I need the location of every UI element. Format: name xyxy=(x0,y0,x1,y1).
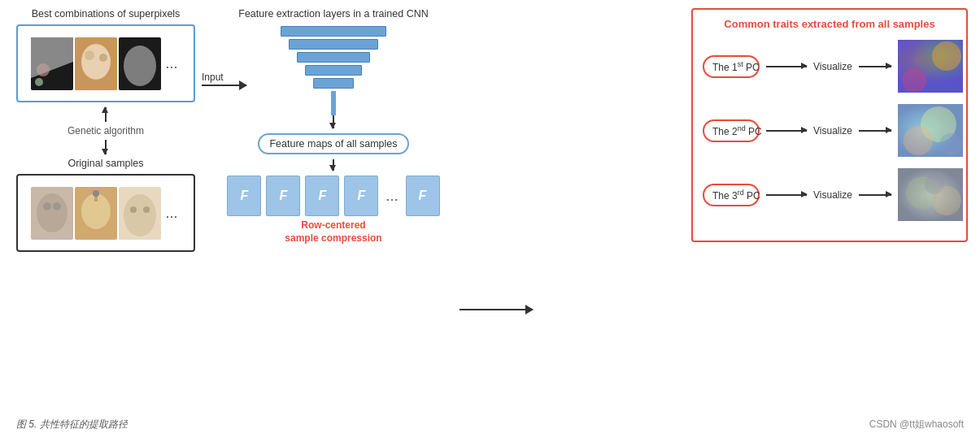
dots-f-cards: ... xyxy=(383,188,400,205)
superpixel-img-2 xyxy=(75,37,117,90)
original-samples-box: ... xyxy=(16,174,195,252)
svg-point-29 xyxy=(939,133,962,156)
svg-point-21 xyxy=(143,206,150,213)
arrow-to-f-cards xyxy=(333,159,334,171)
svg-point-6 xyxy=(85,50,94,60)
svg-point-5 xyxy=(81,44,111,80)
diagram-container: Best combinations of superpixels xyxy=(0,0,980,406)
original-img-2 xyxy=(75,187,117,240)
svg-point-11 xyxy=(37,193,68,232)
row-centered-label: Row-centered sample compression xyxy=(220,219,447,245)
svg-point-13 xyxy=(53,202,61,210)
genetic-arrow-down2 xyxy=(16,140,195,154)
feature-maps-label: Feature maps of all samples xyxy=(258,133,408,154)
pc-3-label: The 3rd PC xyxy=(703,184,760,206)
svg-point-24 xyxy=(932,41,961,71)
pca-box: Common traits extracted from all samples… xyxy=(691,8,968,242)
svg-point-28 xyxy=(904,126,933,155)
svg-point-19 xyxy=(124,194,156,236)
superpixels-box: ... xyxy=(16,24,195,102)
pc-row-3: The 3rd PC Visualize xyxy=(703,168,956,221)
svg-point-12 xyxy=(43,202,51,210)
f-card-2: F xyxy=(266,176,300,216)
f-card-3: F xyxy=(305,176,339,216)
cnn-layer-4 xyxy=(305,65,362,76)
visualize-label-2: Visualize xyxy=(813,125,852,137)
pc-2-label: The 2nd PC xyxy=(703,119,760,142)
f-card-5: F xyxy=(406,176,440,216)
section-left: Best combinations of superpixels xyxy=(16,8,195,252)
watermark: CSDN @tt姐whaosoft xyxy=(869,418,964,431)
visualize-label-3: Visualize xyxy=(813,189,852,201)
cnn-layer-2 xyxy=(289,39,378,50)
feature-cards: F F F F ... F xyxy=(220,176,447,216)
cnn-layer-3 xyxy=(297,52,370,63)
svg-point-20 xyxy=(130,206,137,213)
footer: 图 5. 共性特征的提取路径 CSDN @tt姐whaosoft xyxy=(0,418,980,431)
cnn-layer-1 xyxy=(281,26,386,37)
section-middle: Feature extraction layers in a trained C… xyxy=(220,8,447,245)
cnn-funnel xyxy=(281,26,386,128)
feature-maps-label-wrap: Feature maps of all samples xyxy=(220,133,447,154)
visualize-label-1: Visualize xyxy=(813,61,852,72)
svg-point-17 xyxy=(93,190,99,197)
superpixel-images: ... xyxy=(23,31,189,96)
figure-caption: 图 5. 共性特征的提取路径 xyxy=(16,418,128,431)
svg-point-7 xyxy=(99,54,107,62)
pc-2-visualization xyxy=(898,104,963,157)
genetic-algorithm-label: Genetic algorithm xyxy=(16,125,195,137)
pc-row-2: The 2nd PC Visualize xyxy=(703,104,956,157)
cnn-title: Feature extraction layers in a trained C… xyxy=(220,8,447,20)
pc-1-visualization xyxy=(898,40,963,93)
superpixel-img-3 xyxy=(119,37,161,90)
superpixel-img-1 xyxy=(31,37,73,90)
genetic-arrow-up xyxy=(16,107,195,122)
svg-point-25 xyxy=(902,68,926,93)
f-card-1: F xyxy=(227,176,261,216)
big-arrow-to-right xyxy=(460,309,533,310)
section-right: Common traits extracted from all samples… xyxy=(691,8,968,242)
superpixels-title: Best combinations of superpixels xyxy=(16,8,195,20)
original-images: ... xyxy=(23,180,189,245)
original-img-1 xyxy=(31,187,73,240)
original-samples-title: Original samples xyxy=(16,158,195,169)
pc-3-visualization xyxy=(898,168,963,221)
common-traits-title: Common traits extracted from all samples xyxy=(703,18,956,30)
pc-1-label: The 1st PC xyxy=(703,55,760,78)
f-card-4: F xyxy=(344,176,378,216)
svg-point-33 xyxy=(925,175,944,194)
cnn-layer-5 xyxy=(313,78,354,89)
pc-row-1: The 1st PC Visualize xyxy=(703,40,956,93)
dots-original: ... xyxy=(163,205,180,222)
svg-point-2 xyxy=(37,63,50,76)
cnn-stem xyxy=(331,91,336,115)
svg-point-3 xyxy=(35,78,43,86)
dots-superpixels: ... xyxy=(163,55,180,72)
original-img-3 xyxy=(119,187,161,240)
svg-point-9 xyxy=(124,46,156,86)
